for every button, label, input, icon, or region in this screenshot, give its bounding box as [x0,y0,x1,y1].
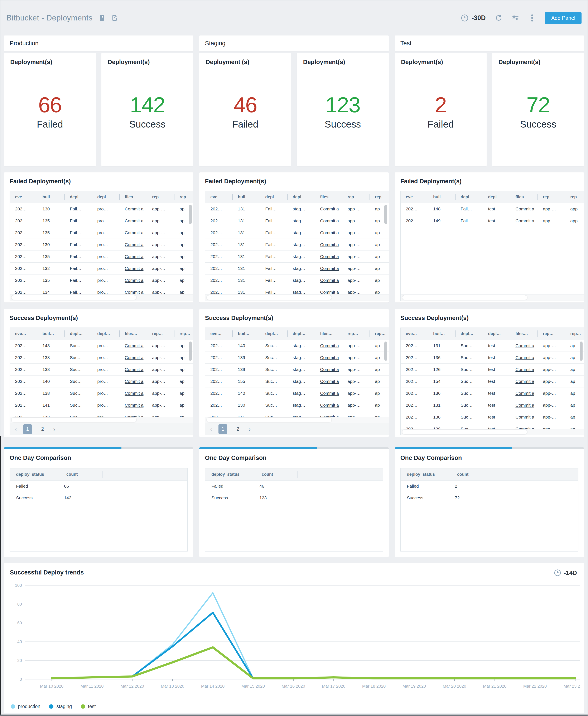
column-header[interactable]: deploy_status [10,468,58,480]
save-icon[interactable] [98,14,106,22]
commit-link[interactable]: Commit a [315,239,342,250]
column-header[interactable]: rep… [565,328,584,340]
filters-icon[interactable] [512,14,519,22]
column-header[interactable]: depl… [92,191,119,203]
column-header[interactable]: rep… [538,328,565,340]
next-page-icon[interactable]: › [249,426,251,432]
commit-link[interactable]: Commit a [120,274,147,286]
commit-link[interactable]: Commit a [120,203,147,215]
vertical-scrollbar[interactable] [384,205,387,224]
commit-link[interactable]: Commit a [120,351,147,364]
commit-link[interactable]: Commit a [510,411,538,423]
column-header[interactable]: rep… [147,191,174,203]
column-header[interactable]: rep… [174,328,193,340]
commit-link[interactable]: Commit a [315,340,342,351]
commit-link[interactable]: Commit a [315,351,342,364]
commit-link[interactable]: Commit a [510,364,538,375]
prev-page-icon[interactable]: ‹ [210,426,212,432]
column-header[interactable]: eve… [401,191,428,203]
commit-link[interactable]: Commit a [315,387,342,399]
commit-link[interactable]: Commit a [315,364,342,375]
column-header[interactable]: depl… [260,328,287,340]
column-header[interactable]: rep… [370,328,389,340]
commit-link[interactable]: Commit a [315,262,342,274]
commit-link[interactable]: Commit a [120,375,147,387]
commit-link[interactable]: Commit a [510,375,538,387]
kebab-menu-icon[interactable] [528,14,536,22]
vertical-scrollbar[interactable] [580,342,583,361]
commit-link[interactable]: Commit a [510,399,538,411]
column-header[interactable]: rep… [174,191,193,203]
vertical-scrollbar[interactable] [189,205,192,224]
commit-link[interactable]: Commit a [120,387,147,399]
column-header[interactable]: buil… [428,328,455,340]
column-header[interactable]: _count [253,468,383,480]
column-header[interactable]: depl… [483,191,510,203]
column-header[interactable]: buil… [233,191,260,203]
commit-link[interactable]: Commit a [510,215,538,227]
column-header[interactable]: depl… [483,328,510,340]
column-header[interactable]: _count [448,468,578,480]
vertical-scrollbar[interactable] [189,342,192,361]
horizontal-scrollbar[interactable] [205,294,388,301]
refresh-icon[interactable] [495,14,502,22]
column-header[interactable]: rep… [342,191,370,203]
commit-link[interactable]: Commit a [510,351,538,364]
column-header[interactable]: eve… [10,328,37,340]
commit-link[interactable]: Commit a [315,399,342,411]
export-icon[interactable] [111,14,119,22]
legend-item-staging[interactable]: staging [49,704,72,709]
chart-time-range-control[interactable]: -14D [554,569,577,576]
commit-link[interactable]: Commit a [120,250,147,262]
horizontal-scrollbar[interactable] [401,429,584,435]
column-header[interactable]: files… [120,328,147,340]
column-header[interactable]: buil… [37,328,64,340]
commit-link[interactable]: Commit a [510,387,538,399]
prev-page-icon[interactable]: ‹ [15,426,17,432]
column-header[interactable]: eve… [401,328,428,340]
column-header[interactable]: deploy_status [401,468,448,480]
column-header[interactable]: depl… [92,328,119,340]
column-header[interactable]: buil… [428,191,455,203]
next-page-icon[interactable]: › [53,426,55,432]
commit-link[interactable]: Commit a [315,274,342,286]
commit-link[interactable]: Commit a [120,215,147,227]
column-header[interactable]: files… [120,191,147,203]
column-header[interactable]: files… [510,191,538,203]
column-header[interactable]: depl… [288,191,315,203]
column-header[interactable]: buil… [233,328,260,340]
page-1-button[interactable]: 1 [23,424,32,434]
commit-link[interactable]: Commit a [315,203,342,215]
column-header[interactable]: files… [510,328,538,340]
column-header[interactable]: buil… [37,191,64,203]
commit-link[interactable]: Commit a [120,364,147,375]
horizontal-scrollbar[interactable] [10,417,193,423]
page-2-button[interactable]: 2 [233,426,242,432]
column-header[interactable]: depl… [456,328,483,340]
commit-link[interactable]: Commit a [315,215,342,227]
column-header[interactable]: depl… [260,191,287,203]
add-panel-button[interactable]: Add Panel [545,12,582,24]
column-header[interactable]: depl… [288,328,315,340]
commit-link[interactable]: Commit a [120,239,147,250]
column-header[interactable]: deploy_status [205,468,253,480]
commit-link[interactable]: Commit a [315,375,342,387]
horizontal-scrollbar[interactable] [10,294,193,301]
commit-link[interactable]: Commit a [315,250,342,262]
column-header[interactable]: rep… [565,191,584,203]
column-header[interactable]: files… [315,191,342,203]
column-header[interactable]: rep… [538,191,565,203]
column-header[interactable]: files… [315,328,342,340]
column-header[interactable]: depl… [65,328,92,340]
legend-item-test[interactable]: test [81,704,96,709]
commit-link[interactable]: Commit a [120,399,147,411]
column-header[interactable]: rep… [147,328,174,340]
column-header[interactable]: eve… [205,328,232,340]
column-header[interactable]: eve… [10,191,37,203]
vertical-scrollbar[interactable] [384,342,387,361]
page-1-button[interactable]: 1 [218,424,227,434]
column-header[interactable]: depl… [456,191,483,203]
page-2-button[interactable]: 2 [38,426,47,432]
legend-item-production[interactable]: production [10,704,40,709]
commit-link[interactable]: Commit a [120,340,147,351]
